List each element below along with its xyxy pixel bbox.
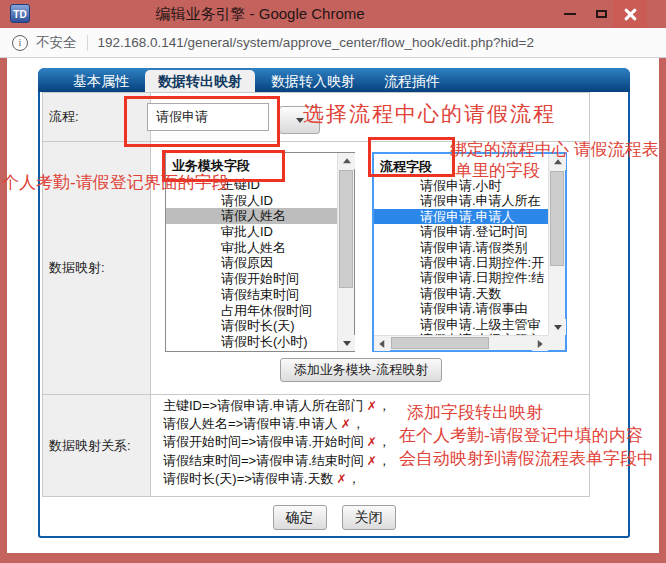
listbox-option[interactable]: 请假申请.申请人所在 [374,193,548,208]
address-separator [87,35,88,51]
annotation-module-fields: 个人考勤-请假登记界面的字段 [2,171,229,194]
listbox-option[interactable]: 请假结束时间 [166,287,337,303]
highlight-box-flow-input [124,96,280,147]
flow-fields-listbox[interactable]: 流程字段 请假申请.小时请假申请.申请人所在请假申请.申请人请假申请.登记时间请… [372,152,567,352]
listbox-option[interactable]: 请假时长(小时) [166,334,337,350]
maximize-icon [596,10,607,18]
annotation-flow-select: 选择流程中心的请假流程 [303,100,556,128]
annotation-export-mapping: 添加字段转出映射 在个人考勤-请假登记中填的内容 会自动映射到请假流程表单字段中 [399,401,654,470]
listbox-option[interactable]: 请假申请.日期控件:开 [374,255,548,270]
listbox-option[interactable]: 请假申请.天数 [374,286,548,301]
listbox-option[interactable]: 请假人ID [166,193,337,209]
listbox-option[interactable]: 请假时长(天) [166,318,337,334]
minimize-button[interactable] [556,0,584,28]
mapping-relation-label: 数据映射关系: [43,395,151,496]
ok-button[interactable]: 确定 [273,505,327,530]
listbox-option[interactable]: 请假申请.日期控件:结 [374,270,548,285]
dialog-footer: 确定 关闭 [38,505,630,530]
mapping-text: 请假时长(天)=>请假申请.天数 [163,471,333,486]
mapping-row: 请假时长(天)=>请假申请.天数✗， [163,470,391,488]
window-frame-bottom [0,553,666,563]
flow-horizontal-scrollbar[interactable] [374,335,548,350]
mapping-text: 请假人姓名=>请假申请.申请人 [163,416,338,431]
mapping-row: 请假开始时间=>请假申请.开始时间✗， [163,433,391,451]
scrollbar-thumb[interactable] [391,337,489,349]
mapping-separator: ， [378,398,391,413]
scroll-left-icon[interactable] [374,336,390,351]
listbox-option[interactable]: 请假开始时间 [166,271,337,287]
listbox-option[interactable]: 请假原因 [166,255,337,271]
scroll-down-icon[interactable] [338,335,355,351]
minimize-icon [564,13,576,15]
scrollbar-corner [548,335,565,350]
mapping-separator: ， [352,416,365,431]
listbox-option[interactable]: 请假申请.请假事由 [374,301,548,316]
listbox-option[interactable]: 请假申请.申请人 [374,209,548,224]
mapping-text: 请假结束时间=>请假申请.结束时间 [163,453,364,468]
mapping-separator: ， [378,434,391,449]
delete-mapping-icon[interactable]: ✗ [367,435,377,449]
title-bar: TD 编辑业务引擎 - Google Chrome [0,0,666,28]
highlight-box-flow-fields [368,137,455,177]
close-icon [624,8,637,21]
listbox-option[interactable]: 请假申请.请假类别 [374,240,548,255]
mapping-text: 主键ID=>请假申请.申请人所在部门 [163,398,364,413]
module-vertical-scrollbar[interactable] [337,153,354,351]
listbox-option[interactable]: 请假申请.上级主管审 [374,317,548,332]
close-button[interactable] [613,0,647,28]
mapping-separator: ， [378,453,391,468]
annotation-flow-fields-line2: 单里的字段 [455,159,540,182]
dialog-tab-strip: 基本属性数据转出映射数据转入映射流程插件 [38,68,630,92]
listbox-option[interactable]: 审批人姓名 [166,240,337,256]
flow-vertical-scrollbar[interactable] [548,154,565,335]
delete-mapping-icon[interactable]: ✗ [336,472,346,486]
scrollbar-thumb[interactable] [550,171,564,266]
listbox-option[interactable]: 审批人ID [166,224,337,240]
delete-mapping-icon[interactable]: ✗ [367,454,377,468]
window-frame-right [659,58,666,553]
app-icon: TD [10,4,30,23]
window-title: 编辑业务引擎 - Google Chrome [150,0,370,28]
listbox-option[interactable]: 占用倒休时长(天) [166,350,337,351]
add-mapping-button[interactable]: 添加业务模块-流程映射 [280,358,442,382]
scroll-down-icon[interactable] [549,319,566,335]
dialog-tab[interactable]: 流程插件 [371,70,453,92]
mapping-row: 主键ID=>请假申请.申请人所在部门✗， [163,397,391,415]
dialog-tab[interactable]: 数据转出映射 [145,70,255,92]
close-dialog-button[interactable]: 关闭 [342,505,396,530]
listbox-option[interactable]: 占用年休假时间 [166,303,337,319]
window-frame-left [0,58,7,553]
dialog-tab[interactable]: 数据转入映射 [258,70,368,92]
mapping-separator: ， [348,471,361,486]
scrollbar-thumb[interactable] [339,170,353,288]
url-text[interactable]: 192.168.0.141/general/system/approve_cen… [98,35,534,50]
delete-mapping-icon[interactable]: ✗ [367,399,377,413]
scroll-right-icon[interactable] [532,336,548,351]
annotation-flow-fields-line1: 绑定的流程中心 请假流程表 [450,138,659,161]
dialog-tab[interactable]: 基本属性 [60,70,142,92]
mapping-row: 请假人姓名=>请假申请.申请人✗， [163,415,391,433]
listbox-option[interactable]: 请假申请.登记时间 [374,224,548,239]
scroll-up-icon[interactable] [338,153,355,169]
address-bar: i 不安全 192.168.0.141/general/system/appro… [0,28,666,58]
mapping-text: 请假开始时间=>请假申请.开始时间 [163,434,364,449]
listbox-option[interactable]: 请假人姓名 [166,208,337,224]
security-label: 不安全 [36,34,77,52]
maximize-button[interactable] [587,0,615,28]
mapping-relation-list: 主键ID=>请假申请.申请人所在部门✗，请假人姓名=>请假申请.申请人✗，请假开… [163,397,391,488]
mapping-row: 请假结束时间=>请假申请.结束时间✗， [163,452,391,470]
info-icon[interactable]: i [12,35,28,51]
delete-mapping-icon[interactable]: ✗ [341,417,351,431]
